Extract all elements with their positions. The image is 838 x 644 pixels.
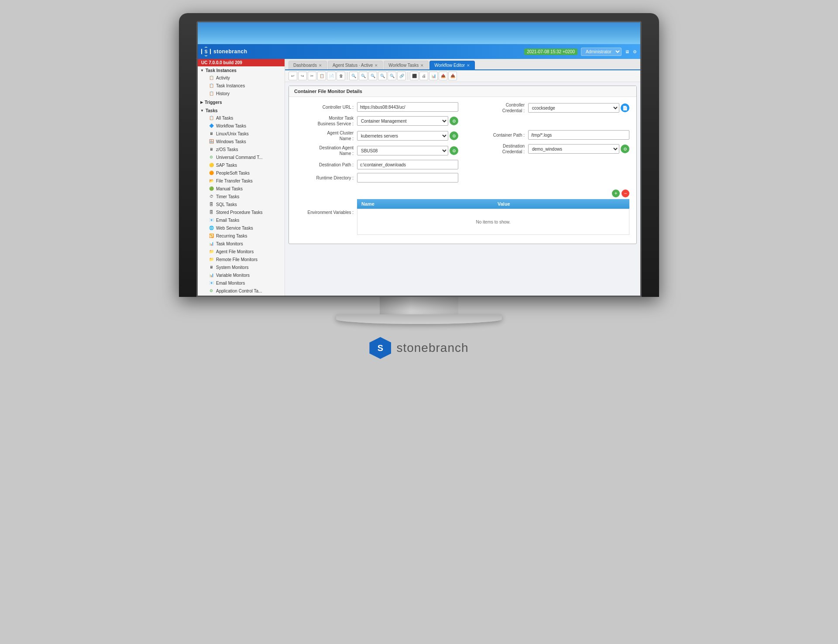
btn-agent-cluster-lookup[interactable]: ⚙ [450,131,458,140]
sidebar-item-activity[interactable]: 📋 Activity [201,74,285,82]
sidebar-label-variable-monitors: Variable Monitors [216,273,250,278]
windows-tasks-icon: 🪟 [208,138,214,145]
select-dest-cred[interactable]: demo_windows [528,144,619,154]
input-dest-path[interactable] [357,160,458,169]
sidebar-item-history[interactable]: 📋 History [201,90,285,97]
select-monitor-task[interactable]: Container Management [357,116,448,126]
sidebar-label-sap-tasks: SAP Tasks [216,163,237,168]
tab-agent-status[interactable]: Agent Status · Active ✕ [328,61,383,69]
toolbar-btn-11[interactable]: 🔍 [388,72,396,80]
toolbar-btn-10[interactable]: 🔍 [378,72,387,80]
select-controller-cred[interactable]: ccocksedge [528,103,619,113]
sidebar-item-file-transfer[interactable]: 📂 File Transfer Tasks [201,177,285,185]
row-dest-agent: Destination Agent Name : SBUS08 [296,145,458,156]
sidebar-item-windows-tasks[interactable]: 🪟 Windows Tasks [201,138,285,145]
btn-dest-agent-lookup[interactable]: ⚙ [450,146,458,155]
select-agent-cluster[interactable]: kubernetes servers [357,131,448,141]
toolbar-btn-1[interactable]: ↩ [288,72,297,80]
sidebar-item-workflow-tasks[interactable]: 🔷 Workflow Tasks [201,122,285,130]
sidebar-group-tasks[interactable]: ▼ Tasks [198,107,285,114]
file-transfer-icon: 📂 [208,178,214,184]
sidebar-item-task-instances[interactable]: 📋 Task Instances [201,82,285,90]
monitor-bezel: S stonebranch 2021-07-08 15:32 +0200 Adm… [196,21,642,297]
btn-monitor-task-lookup[interactable]: ⚙ [450,117,458,125]
tab-agent-status-label: Agent Status · Active [333,63,373,68]
sidebar-item-sap-tasks[interactable]: 🟡 SAP Tasks [201,161,285,169]
tab-workflow-editor[interactable]: Workflow Editor ✕ [429,61,475,69]
sidebar-item-recurring-tasks[interactable]: 🔁 Recurring Tasks [201,232,285,240]
sidebar-item-peoplesoft-tasks[interactable]: 🟠 PeopleSoft Tasks [201,169,285,177]
workflow-tasks-icon: 🔷 [208,123,214,129]
toolbar-btn-2[interactable]: ↪ [298,72,307,80]
logo-area: S stonebranch [201,47,247,56]
sidebar-item-linux-tasks[interactable]: 🖥 Linux/Unix Tasks [201,130,285,138]
toolbar-btn-4[interactable]: 📋 [317,72,326,80]
tab-dashboards-close[interactable]: ✕ [319,63,322,68]
input-runtime-dir[interactable] [357,173,458,183]
sidebar-item-sql-tasks[interactable]: 🗄 SQL Tasks [201,200,285,208]
toolbar-btn-7[interactable]: 🔍 [349,72,358,80]
sidebar-item-email-tasks[interactable]: 📧 Email Tasks [201,216,285,224]
toolbar-btn-17[interactable]: 📥 [448,72,457,80]
header-icon-1[interactable]: 🖥 [625,49,629,54]
sidebar-item-stored-proc[interactable]: 🗄 Stored Procedure Tasks [201,208,285,216]
toolbar-btn-16[interactable]: 📤 [439,72,447,80]
sidebar-item-timer-tasks[interactable]: ⏱ Timer Tasks [201,193,285,200]
select-dest-agent[interactable]: SBUS08 [357,146,448,155]
wrap-agent-cluster: kubernetes servers ⚙ [357,131,458,141]
sidebar-item-manual-tasks[interactable]: 🟢 Manual Tasks [201,185,285,193]
toolbar-btn-14[interactable]: 🖨 [419,72,428,80]
input-container-path[interactable] [528,130,629,140]
sidebar-item-universal-cmd[interactable]: ⚙ Universal Command T... [201,153,285,161]
sidebar-item-task-monitors[interactable]: 📊 Task Monitors [201,240,285,248]
label-controller-url: Controller URL : [296,105,357,110]
remote-file-monitors-icon: 📁 [208,256,214,262]
sidebar-label-linux-tasks: Linux/Unix Tasks [216,131,249,136]
toolbar-btn-3[interactable]: ✂ [308,72,316,80]
sql-tasks-icon: 🗄 [208,201,214,207]
tab-dashboards[interactable]: Dashboards ✕ [288,61,327,69]
form-col-right: Controller Credential : ccocksedge [467,102,629,186]
toolbar-btn-15[interactable]: 📊 [429,72,438,80]
linux-tasks-icon: 🖥 [208,131,214,137]
sidebar-item-variable-monitors[interactable]: 📊 Variable Monitors [201,271,285,279]
sidebar-item-zos-tasks[interactable]: 🖥 z/OS Tasks [201,145,285,153]
toolbar-btn-9[interactable]: 🔍 [368,72,377,80]
tab-workflow-tasks[interactable]: Workflow Tasks ✕ [384,61,429,69]
row-agent-cluster: Agent Cluster Name : kubernetes servers [296,130,458,141]
sidebar-item-app-control[interactable]: ⚙ Application Control Ta... [201,287,285,295]
sidebar-item-web-service-tasks[interactable]: 🌐 Web Service Tasks [201,224,285,232]
sidebar-item-all-tasks[interactable]: 📋 All Tasks [201,114,285,122]
sidebar-item-email-monitors[interactable]: 📧 Email Monitors [201,279,285,287]
input-controller-url[interactable] [357,102,458,112]
btn-controller-cred-lookup[interactable]: 📄 [621,103,629,112]
sidebar-section-triggers: ▶ Triggers [198,98,285,107]
env-add-button[interactable]: + [612,189,620,197]
env-col-value: Value [493,199,629,209]
group-label-triggers: Triggers [205,100,222,105]
datetime-badge: 2021-07-08 15:32 +0200 [524,48,577,55]
sidebar-label-workflow-tasks: Workflow Tasks [216,124,246,128]
tab-workflow-tasks-close[interactable]: ✕ [420,63,424,68]
sidebar-item-system-monitors[interactable]: 🖥 System Monitors [201,263,285,271]
bottom-logo-hex: S [369,337,391,359]
row-runtime-dir: Runtime Directory : [296,173,458,183]
toolbar-btn-12[interactable]: 🔗 [397,72,406,80]
sidebar-item-remote-file-monitors[interactable]: 📁 Remote File Monitors [201,255,285,263]
monitor-shell: S stonebranch 2021-07-08 15:32 +0200 Adm… [179,13,659,297]
btn-dest-cred-lookup[interactable]: ⚙ [621,145,629,153]
env-vars-content: + − Name Value [357,189,629,235]
sidebar-item-agent-file-monitors[interactable]: 📁 Agent File Monitors [201,248,285,255]
header-icon-2[interactable]: ⚙ [633,49,637,54]
sidebar-group-triggers[interactable]: ▶ Triggers [198,99,285,106]
toolbar-btn-8[interactable]: 🔍 [359,72,367,80]
toolbar-btn-13[interactable]: ⬛ [410,72,419,80]
tab-agent-status-close[interactable]: ✕ [374,63,378,68]
toolbar-btn-5[interactable]: 📄 [327,72,336,80]
sidebar-group-task-instances[interactable]: ▼ Task Instances [198,67,285,74]
sidebar-label-task-monitors: Task Monitors [216,241,243,246]
tab-workflow-editor-close[interactable]: ✕ [467,63,470,68]
toolbar-btn-6[interactable]: 🗑 [337,72,345,80]
user-dropdown[interactable]: Administrator [581,48,622,56]
env-delete-button[interactable]: − [622,189,629,197]
